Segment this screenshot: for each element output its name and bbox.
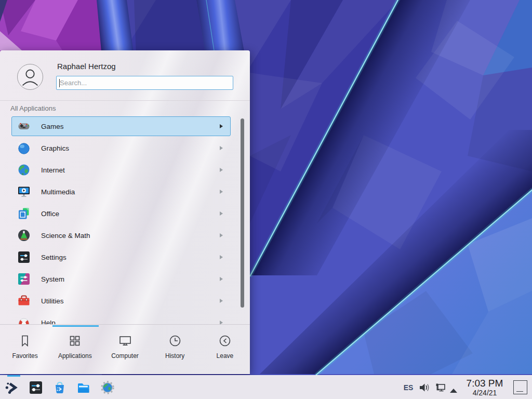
menu-item-label: Help	[41, 319, 220, 325]
globe-gear-icon	[100, 380, 115, 395]
toolbox-icon	[17, 294, 31, 308]
submenu-arrow-icon	[220, 211, 223, 216]
active-tab-indicator	[52, 325, 99, 327]
expand-tray-button[interactable]	[450, 385, 457, 390]
menu-item-label: Settings	[41, 254, 220, 261]
kickoff-tab-bar: Favorites Applications Compute	[0, 324, 250, 374]
submenu-arrow-icon	[220, 124, 223, 128]
section-label: All Applications	[10, 104, 56, 112]
submenu-arrow-icon	[220, 321, 223, 324]
menu-item-label: Utilities	[41, 297, 220, 305]
tab-favorites[interactable]: Favorites	[0, 325, 50, 374]
menu-item-office[interactable]: Office	[11, 204, 231, 223]
paint-ball-icon	[17, 141, 31, 155]
application-launcher-menu: Raphael Hertzog All Applications	[0, 50, 250, 374]
keyboard-layout-indicator[interactable]: ES	[401, 376, 416, 399]
submenu-arrow-icon	[220, 168, 223, 172]
tab-leave[interactable]: Leave	[200, 325, 250, 374]
settings-sliders-icon	[28, 380, 44, 395]
menu-item-games[interactable]: Games	[11, 116, 231, 136]
menu-item-multimedia[interactable]: Multimedia	[11, 182, 231, 202]
kde-launcher-icon	[4, 380, 20, 395]
expand-tray-caret-icon	[450, 389, 457, 393]
monitor-play-icon	[17, 185, 31, 198]
web-browser-button[interactable]	[100, 380, 115, 395]
tab-label: History	[165, 352, 184, 360]
discover-button[interactable]	[52, 380, 68, 395]
submenu-arrow-icon	[220, 299, 223, 303]
menu-item-label: System	[41, 275, 220, 283]
flask-icon	[17, 229, 31, 242]
bookmark-icon	[18, 334, 32, 348]
system-settings-button[interactable]	[28, 380, 44, 395]
volume-tray-button[interactable]	[419, 382, 430, 393]
tab-computer[interactable]: Computer	[100, 325, 150, 374]
computer-icon	[118, 334, 132, 348]
globe-icon	[17, 163, 31, 177]
clock-time: 7:03 PM	[460, 377, 510, 389]
show-desktop-button[interactable]	[513, 380, 527, 394]
header-divider	[0, 100, 250, 101]
submenu-arrow-icon	[220, 277, 223, 281]
desktop: Raphael Hertzog All Applications	[0, 0, 532, 399]
tab-applications[interactable]: Applications	[50, 325, 100, 374]
show-desktop-glyph	[516, 391, 523, 392]
discover-bag-icon	[52, 380, 68, 395]
submenu-arrow-icon	[220, 255, 223, 259]
active-launcher-indicator	[7, 375, 20, 377]
tab-history[interactable]: History	[150, 325, 200, 374]
tab-label: Computer	[111, 352, 139, 360]
menu-item-internet[interactable]: Internet	[11, 160, 231, 180]
list-scrollbar[interactable]	[241, 118, 244, 308]
file-manager-button[interactable]	[76, 380, 91, 395]
menu-item-label: Games	[41, 123, 220, 130]
volume-icon	[419, 382, 430, 393]
menu-item-help[interactable]: Help	[11, 313, 231, 324]
network-tray-button[interactable]	[434, 382, 446, 394]
user-avatar[interactable]	[17, 64, 43, 90]
user-icon	[18, 64, 43, 89]
menu-item-utilities[interactable]: Utilities	[11, 291, 231, 311]
search-input[interactable]	[57, 76, 233, 89]
application-launcher-button[interactable]	[4, 380, 20, 395]
tab-label: Leave	[217, 352, 234, 360]
menu-item-graphics[interactable]: Graphics	[11, 138, 231, 158]
submenu-arrow-icon	[220, 233, 223, 237]
submenu-arrow-icon	[220, 190, 223, 194]
wired-network-icon	[434, 382, 446, 394]
menu-item-label: Science & Math	[41, 232, 220, 240]
lifebuoy-icon	[17, 316, 31, 324]
documents-icon	[17, 207, 31, 220]
search-field[interactable]	[56, 76, 233, 90]
application-category-list: Games Graphics	[11, 116, 231, 324]
menu-item-system[interactable]: System	[11, 269, 231, 289]
gamepad-icon	[17, 119, 31, 133]
menu-item-label: Office	[41, 210, 220, 218]
menu-item-science-math[interactable]: Science & Math	[11, 225, 231, 245]
app-grid-icon	[68, 334, 82, 348]
clock-date: 4/24/21	[460, 389, 510, 397]
user-name: Raphael Hertzog	[57, 62, 116, 71]
menu-item-settings[interactable]: Settings	[11, 247, 231, 267]
tab-label: Applications	[58, 352, 92, 360]
folder-icon	[76, 380, 91, 395]
menu-item-label: Graphics	[41, 144, 220, 152]
digital-clock[interactable]: 7:03 PM 4/24/21	[460, 377, 510, 397]
submenu-arrow-icon	[220, 146, 223, 150]
history-clock-icon	[168, 334, 182, 348]
menu-item-label: Internet	[41, 166, 220, 174]
menu-item-label: Multimedia	[41, 188, 220, 196]
tab-label: Favorites	[12, 352, 37, 360]
system-sliders-icon	[17, 272, 31, 286]
leave-icon	[218, 334, 232, 348]
settings-sliders-icon	[17, 250, 31, 264]
taskbar-panel: ES 7:03 PM 4/24/21	[0, 375, 532, 399]
